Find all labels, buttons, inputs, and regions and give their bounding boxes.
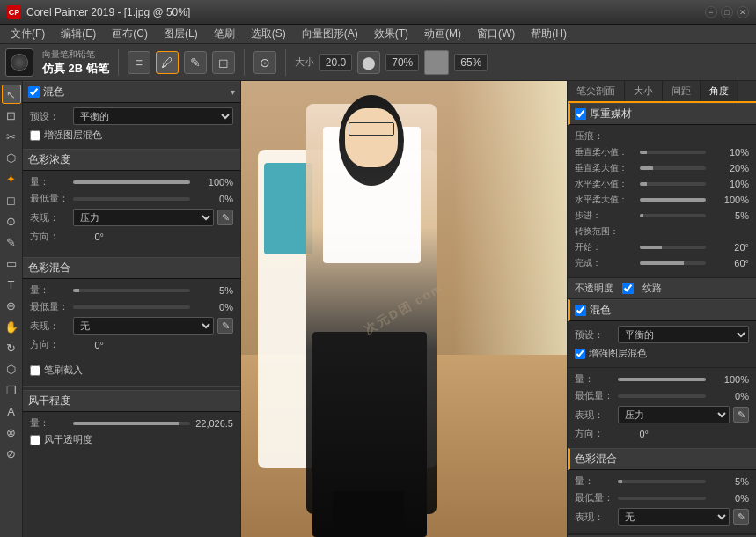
lp-drying-header[interactable]: 风干程度 (23, 390, 240, 412)
rp-cmix2-amount-slider[interactable] (618, 480, 706, 483)
brush-category: 向量笔和铅笔 (42, 48, 109, 61)
tool-zoom[interactable]: ⊕ (2, 296, 21, 315)
rp-cc2-amount-slider[interactable] (618, 378, 706, 381)
rp-thick-header[interactable]: 厚重媒材 (568, 103, 756, 125)
lp-cmix-express-icon-btn[interactable]: ✎ (217, 318, 233, 334)
tool-color[interactable]: A (2, 401, 21, 421)
rp-thick-checkbox[interactable] (575, 108, 586, 120)
lp-express-icon-btn[interactable]: ✎ (217, 210, 233, 225)
rp-cmix2-express-select[interactable]: 无 (618, 508, 730, 526)
rp-hmax-slider[interactable] (640, 198, 706, 202)
brush-options-btn[interactable]: ≡ (128, 51, 150, 74)
menu-effects[interactable]: 效果(T) (367, 25, 415, 43)
eraser-btn[interactable]: ◻ (212, 51, 235, 74)
tool-crop[interactable]: ✂ (2, 127, 21, 146)
menu-layers[interactable]: 图层(L) (157, 25, 205, 43)
menu-edit[interactable]: 编辑(E) (54, 25, 103, 43)
toolbar-sep-2 (244, 49, 245, 76)
zoom-display[interactable]: 65% (454, 54, 488, 71)
tab-tip-profile[interactable]: 笔尖剖面 (568, 81, 625, 101)
menu-file[interactable]: 文件(F) (4, 25, 52, 43)
rp-cc2-express-select[interactable]: 压力 (618, 406, 730, 423)
rp-cmix2-content: 量： 5% 最低量： 0% 表现： 无 (568, 470, 756, 533)
tool-magnify[interactable]: ⊘ (2, 444, 21, 463)
rp-hmin-label: 水平柔小值： (575, 178, 636, 190)
lp-cmix-min-slider[interactable] (73, 305, 190, 309)
menu-canvas[interactable]: 画布(C) (105, 25, 155, 43)
rp-mix2-preset-select[interactable]: 平衡的 (618, 326, 749, 343)
rp-hmin-slider[interactable] (640, 182, 706, 186)
tool-mixer[interactable]: ⊗ (2, 423, 21, 442)
tool-mirror[interactable]: ⬡ (2, 359, 21, 379)
lp-preset-select[interactable]: 平衡的 (73, 107, 233, 125)
rp-cc2-express-icon-btn[interactable]: ✎ (733, 407, 749, 423)
tool-rotate[interactable]: ↻ (2, 338, 21, 357)
rp-vmax-slider[interactable] (640, 166, 706, 170)
title-controls[interactable]: − □ ✕ (705, 6, 749, 18)
menu-vector[interactable]: 向量图形(A) (295, 25, 365, 43)
rp-cc2-min-slider[interactable] (618, 394, 706, 398)
menu-brush[interactable]: 笔刷 (207, 25, 242, 43)
minimize-button[interactable]: − (705, 6, 717, 18)
tab-spacing[interactable]: 间距 (663, 81, 701, 101)
lp-cmix-amount-slider[interactable] (73, 289, 190, 292)
canvas-area[interactable]: 次元D团 com (241, 81, 567, 537)
rp-cmix2-min-slider[interactable] (618, 497, 706, 500)
brush-size-display[interactable]: 20.0 (319, 54, 352, 71)
tool-lasso[interactable]: ⊡ (2, 106, 21, 125)
lp-mix-checkbox[interactable] (28, 86, 40, 98)
close-button[interactable]: ✕ (737, 6, 749, 18)
rp-cmix2-express-icon-btn[interactable]: ✎ (733, 509, 749, 525)
rp-vmin-label: 垂直柔小值： (575, 146, 636, 158)
maximize-button[interactable]: □ (721, 6, 733, 18)
tool-pen[interactable]: ✎ (2, 232, 21, 252)
lp-express-select[interactable]: 压力 (73, 209, 214, 226)
menu-select[interactable]: 选取(S) (244, 25, 293, 43)
rp-step-slider[interactable] (640, 214, 706, 217)
rp-vmin-slider[interactable] (640, 151, 706, 154)
tool-layer[interactable]: ❐ (2, 380, 21, 400)
color-swatch[interactable] (424, 50, 449, 75)
brush-tool-btn[interactable]: 🖊 (156, 51, 179, 74)
lp-color-mix-header[interactable]: 色彩混合 (23, 257, 240, 279)
rp-mix2-checkbox[interactable] (575, 305, 586, 316)
opacity-circle-btn[interactable]: ⬤ (357, 51, 380, 74)
menu-animation[interactable]: 动画(M) (417, 25, 468, 43)
lp-brush-clip-checkbox[interactable] (30, 365, 40, 376)
brush-opacity-display[interactable]: 70% (385, 54, 419, 71)
tool-shape[interactable]: ▭ (2, 254, 21, 273)
rp-end-label: 完成： (575, 257, 636, 269)
lp-color-conc-header[interactable]: 色彩浓度 (23, 149, 240, 171)
circle-brush-btn[interactable]: ⊙ (253, 51, 276, 74)
rp-mix2-header[interactable]: 混色 (568, 299, 756, 321)
rp-texture-label: 纹路 (642, 282, 662, 295)
lp-cmix-express-select[interactable]: 无 (73, 317, 214, 335)
rp-hmax-row: 水平柔大值： 100% (575, 194, 749, 206)
tool-transform[interactable]: ⬡ (2, 148, 21, 167)
tool-brush[interactable]: ✦ (2, 169, 21, 188)
eyedropper-btn[interactable]: ✎ (184, 51, 207, 74)
rp-mix2-enhance-checkbox[interactable] (575, 349, 585, 359)
lp-mix-header[interactable]: 混色 ▾ (23, 81, 240, 103)
tool-hand[interactable]: ✋ (2, 317, 21, 336)
lp-cmix-direction-label: 方向： (30, 338, 70, 351)
rp-texture-checkbox[interactable] (622, 283, 634, 294)
menu-window[interactable]: 窗口(W) (470, 25, 522, 43)
tool-fill[interactable]: ⊙ (2, 211, 21, 231)
lp-amount-slider[interactable] (73, 180, 190, 184)
rp-end-slider[interactable] (640, 261, 706, 265)
menu-help[interactable]: 帮助(H) (524, 25, 574, 43)
lp-dry-opacity-checkbox[interactable] (30, 435, 40, 445)
rp-start-slider[interactable] (640, 246, 706, 249)
tab-angle[interactable]: 角度 (701, 81, 738, 101)
lp-enhance-checkbox[interactable] (30, 130, 40, 141)
rp-cmix2-section: 色彩混合 量： 5% 最低量： 0% 表现 (568, 448, 756, 534)
lp-min-slider[interactable] (73, 197, 190, 201)
rp-thick-title: 厚重媒材 (590, 107, 632, 121)
tool-text[interactable]: T (2, 275, 21, 294)
tab-size[interactable]: 大小 (625, 81, 663, 101)
tool-eraser[interactable]: ◻ (2, 190, 21, 210)
lp-drying-amount-slider[interactable] (73, 422, 190, 425)
tool-select[interactable]: ↖ (2, 85, 21, 104)
rp-cmix2-header[interactable]: 色彩混合 (568, 448, 756, 470)
